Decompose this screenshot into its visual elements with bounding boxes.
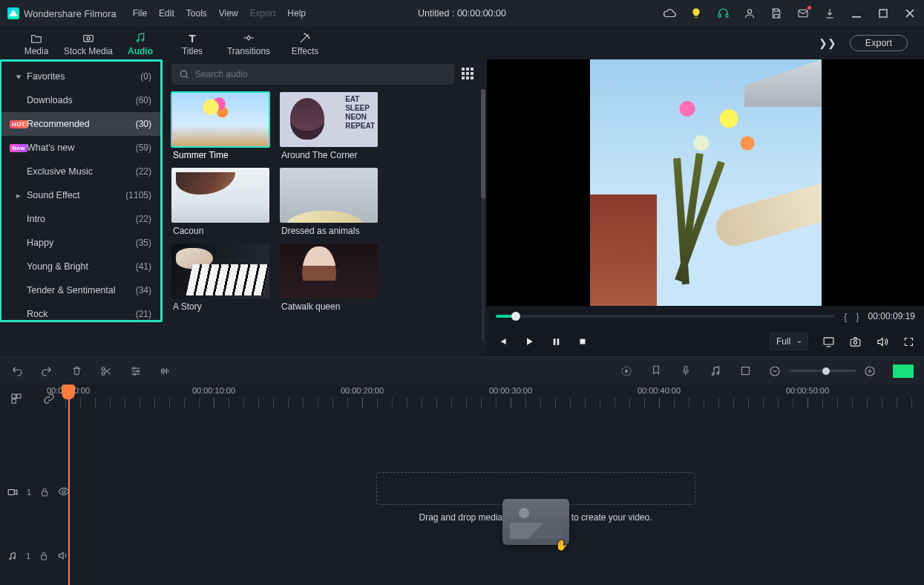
search-input-wrapper[interactable] — [171, 64, 454, 85]
quality-dropdown[interactable]: Full — [770, 333, 808, 350]
menu-file[interactable]: File — [133, 8, 147, 19]
document-title: Untitled : 00:00:00:00 — [418, 8, 506, 19]
sidebar-item-downloads[interactable]: Downloads (60) — [1, 88, 160, 112]
zoom-slider[interactable] — [789, 370, 856, 372]
menu-view[interactable]: View — [219, 8, 238, 19]
tips-icon[interactable] — [689, 7, 703, 20]
account-icon[interactable] — [743, 7, 756, 20]
edit-tools-icon[interactable] — [129, 365, 142, 378]
audio-card-summer-time[interactable]: Summer Time — [171, 92, 269, 162]
prev-frame-icon[interactable] — [496, 335, 509, 348]
export-button[interactable]: Export — [850, 35, 908, 51]
window-minimize-icon[interactable] — [850, 7, 863, 20]
audio-thumbnail — [280, 168, 378, 223]
scrubber-knob[interactable] — [511, 312, 520, 321]
menu-tools[interactable]: Tools — [186, 8, 207, 19]
svg-rect-4 — [852, 16, 861, 18]
audio-card-label: Around The Corner — [280, 147, 378, 162]
audio-card-catwalk-queen[interactable]: Catwalk queen — [280, 244, 378, 313]
display-settings-icon[interactable] — [822, 335, 835, 348]
search-input[interactable] — [195, 69, 447, 79]
menu-edit[interactable]: Edit — [159, 8, 174, 19]
timeline-tracks[interactable]: ✋ Drag and drop media and effects here t… — [65, 413, 924, 585]
sidebar-item-happy[interactable]: Happy (35) — [1, 231, 160, 255]
sidebar-item-count: (22) — [136, 214, 151, 224]
tab-stock-media[interactable]: Stock Media — [62, 31, 114, 59]
timeline-ruler: 00:00:00:00 00:00:10:00 00:00:20:00 00:0… — [0, 385, 924, 413]
lock-icon[interactable] — [39, 551, 48, 561]
lock-icon[interactable] — [40, 487, 49, 497]
stop-icon[interactable] — [576, 335, 589, 348]
audio-mixer-icon[interactable] — [709, 365, 722, 378]
save-icon[interactable] — [770, 7, 783, 20]
crop-icon[interactable] — [738, 365, 752, 378]
tab-effects[interactable]: Effects — [279, 31, 331, 59]
fullscreen-icon[interactable] — [902, 335, 915, 348]
snapshot-icon[interactable] — [848, 335, 862, 348]
render-preview-icon[interactable] — [620, 365, 633, 378]
ruler-label: 00:00:50:00 — [786, 386, 829, 395]
window-maximize-icon[interactable] — [877, 7, 890, 20]
audio-card-dressed-as-animals[interactable]: Dressed as animals — [280, 168, 378, 238]
tab-media[interactable]: Media — [10, 31, 62, 59]
sidebar-item-tender-sentimental[interactable]: Tender & Sentimental (34) — [1, 278, 160, 302]
audio-browser: Summer Time Around The Corner Cacoun Dre… — [163, 59, 487, 356]
tab-audio[interactable]: Audio — [114, 31, 166, 59]
preview-canvas[interactable] — [487, 59, 924, 306]
marker-icon[interactable] — [649, 365, 663, 378]
audio-track-label: 1 — [26, 552, 30, 561]
sidebar-item-favorites[interactable]: ♥ Favorites (0) — [1, 65, 160, 88]
sidebar-item-young-bright[interactable]: Young & Bright (41) — [1, 255, 160, 278]
cloud-icon[interactable] — [663, 7, 676, 20]
scrollbar-thumb[interactable] — [481, 89, 485, 199]
menu-help[interactable]: Help — [287, 8, 306, 19]
preview-scrubber[interactable] — [496, 315, 835, 318]
playhead-line[interactable] — [68, 385, 70, 585]
view-grid-toggle-icon[interactable] — [462, 68, 475, 81]
tab-transitions[interactable]: Transitions — [218, 31, 279, 59]
tab-audio-label: Audio — [128, 46, 153, 56]
sidebar-item-rock[interactable]: Rock (21) — [1, 302, 160, 322]
undo-icon[interactable] — [10, 365, 24, 378]
volume-icon[interactable] — [875, 335, 888, 348]
zoom-in-icon[interactable] — [863, 365, 877, 378]
sidebar-item-sound-effect[interactable]: ▸ Sound Effect (1105) — [1, 183, 160, 207]
audio-card-around-the-corner[interactable]: Around The Corner — [280, 92, 378, 162]
audio-card-cacoun[interactable]: Cacoun — [171, 168, 269, 238]
audio-card-a-story[interactable]: A Story — [171, 244, 269, 313]
zoom-out-icon[interactable] — [768, 365, 782, 378]
hot-badge: HOT — [10, 120, 27, 128]
zoom-knob[interactable] — [822, 367, 830, 375]
sidebar-item-intro[interactable]: Intro (22) — [1, 207, 160, 231]
sidebar-item-recommended[interactable]: HOT Recommended (30) — [1, 112, 160, 136]
video-track-header[interactable]: 1 — [0, 460, 65, 524]
messages-icon[interactable] — [796, 7, 810, 20]
sidebar-item-count: (60) — [136, 95, 151, 105]
download-icon[interactable] — [823, 7, 836, 20]
sidebar-item-exclusive-music[interactable]: Exclusive Music (22) — [1, 160, 160, 183]
sidebar-item-label: Downloads — [27, 95, 136, 105]
mark-in-button[interactable]: { — [844, 311, 847, 322]
svg-rect-29 — [12, 394, 16, 398]
window-close-icon[interactable] — [903, 7, 917, 20]
svg-point-7 — [87, 37, 90, 40]
support-icon[interactable] — [716, 7, 730, 20]
mark-out-button[interactable]: } — [856, 311, 859, 322]
split-icon[interactable] — [99, 365, 113, 378]
ruler-body[interactable]: 00:00:00:00 00:00:10:00 00:00:20:00 00:0… — [65, 385, 924, 413]
redo-icon[interactable] — [40, 365, 53, 378]
play-icon[interactable] — [522, 335, 536, 348]
tabs-overflow-icon[interactable]: ❯❯ — [819, 37, 836, 49]
tab-titles[interactable]: T Titles — [166, 31, 218, 59]
browser-scrollbar[interactable] — [479, 59, 487, 356]
preview-quality-select[interactable]: Full — [770, 333, 808, 350]
audio-track-header[interactable]: 1 — [0, 524, 65, 585]
delete-icon[interactable] — [70, 365, 83, 378]
track-manager-icon[interactable] — [10, 393, 22, 405]
audio-meters[interactable] — [893, 365, 914, 378]
svg-point-24 — [712, 373, 714, 375]
sidebar-item-whats-new[interactable]: New What's new (59) — [1, 136, 160, 160]
audio-wave-icon[interactable] — [159, 365, 172, 378]
pause-icon[interactable] — [549, 335, 563, 348]
voiceover-icon[interactable] — [679, 365, 692, 378]
